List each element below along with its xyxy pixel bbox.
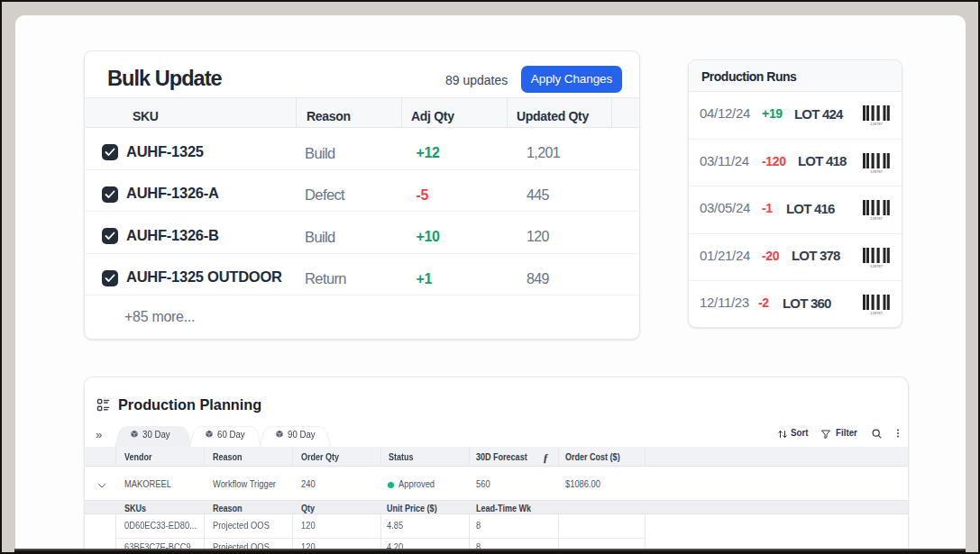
svg-text:128787: 128787 xyxy=(870,122,883,126)
svg-text:128787: 128787 xyxy=(870,311,883,315)
svg-text:128787: 128787 xyxy=(870,263,883,268)
svg-text:128787: 128787 xyxy=(870,216,883,221)
svg-text:128787: 128787 xyxy=(870,168,883,173)
